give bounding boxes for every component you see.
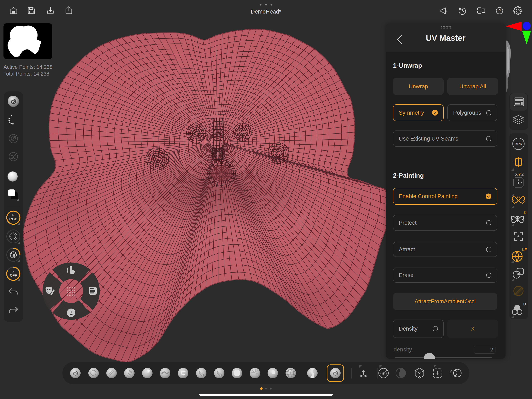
svg-text:Y: Y xyxy=(518,172,521,176)
svg-text:RGB: RGB xyxy=(9,217,17,221)
svg-text:?: ? xyxy=(498,8,501,13)
svg-text:BPR: BPR xyxy=(515,142,522,146)
svg-text:LF: LF xyxy=(522,247,527,252)
svg-text:Z: Z xyxy=(12,270,14,273)
svg-text:OFF: OFF xyxy=(10,273,17,277)
svg-text:M: M xyxy=(12,213,15,217)
svg-text:Z: Z xyxy=(521,172,524,176)
svg-text:A: A xyxy=(13,137,14,140)
svg-text:X: X xyxy=(515,172,518,176)
svg-text:D: D xyxy=(524,211,526,215)
svg-text:D: D xyxy=(523,302,526,306)
